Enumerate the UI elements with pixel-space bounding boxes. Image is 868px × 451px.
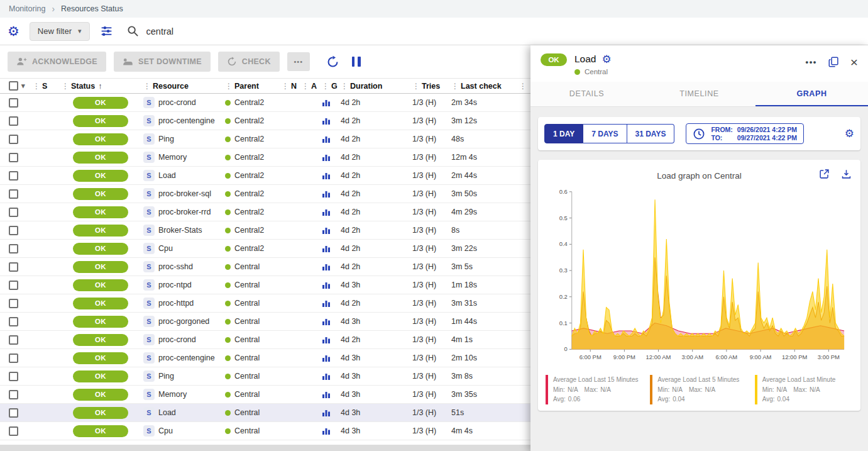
graph-icon[interactable] xyxy=(322,116,331,125)
row-checkbox[interactable] xyxy=(9,281,18,290)
status-badge: OK xyxy=(73,188,128,200)
row-checkbox[interactable] xyxy=(9,226,18,235)
row-checkbox[interactable] xyxy=(9,408,18,418)
graph-icon[interactable] xyxy=(322,208,331,216)
parent-status-dot-icon xyxy=(225,228,231,233)
row-checkbox[interactable] xyxy=(9,335,18,345)
row-checkbox[interactable] xyxy=(9,354,18,363)
row-checkbox[interactable] xyxy=(9,153,18,162)
row-checkbox[interactable] xyxy=(9,98,18,108)
header-resource[interactable]: ⋮Resource xyxy=(140,82,221,91)
row-checkbox[interactable] xyxy=(9,426,18,436)
header-duration[interactable]: ⋮Duration xyxy=(337,82,409,91)
last-check-cell: 3m 22s xyxy=(448,244,515,253)
header-graph[interactable]: ⋮G xyxy=(318,82,337,91)
copy-link-icon[interactable] xyxy=(828,57,839,67)
breadcrumb-resources-status[interactable]: Resources Status xyxy=(61,4,123,13)
resource-cell: S proc-crond xyxy=(140,334,221,345)
row-checkbox[interactable] xyxy=(9,208,18,217)
more-actions-button[interactable]: ••• xyxy=(287,52,310,71)
header-parent[interactable]: ⋮Parent xyxy=(221,82,278,91)
row-checkbox[interactable] xyxy=(9,299,18,308)
resource-name: proc-sshd xyxy=(158,262,193,271)
close-panel-icon[interactable]: × xyxy=(850,55,858,69)
row-checkbox[interactable] xyxy=(9,390,18,399)
tries-cell: 1/3 (H) xyxy=(409,189,448,198)
parent-name: Central2 xyxy=(234,153,264,162)
range-7-days-button[interactable]: 7 DAYS xyxy=(583,124,627,143)
set-downtime-button[interactable]: SET DOWNTIME xyxy=(114,52,211,72)
resource-cell: S Memory xyxy=(140,389,221,400)
tab-details[interactable]: DETAILS xyxy=(530,82,643,106)
graph-icon[interactable] xyxy=(322,135,331,143)
select-all-checkbox[interactable] xyxy=(9,81,18,91)
row-checkbox[interactable] xyxy=(9,262,18,272)
graph-icon[interactable] xyxy=(322,262,331,271)
date-range-picker[interactable]: FROM: 09/26/2021 4:22 PM TO: 09/27/2021 … xyxy=(686,123,804,144)
refresh-icon[interactable] xyxy=(326,55,339,69)
new-filter-dropdown[interactable]: New filter ▾ xyxy=(30,22,90,41)
graph-icon[interactable] xyxy=(322,98,331,107)
graph-icon[interactable] xyxy=(322,171,331,180)
status-badge: OK xyxy=(73,334,128,346)
search-input[interactable] xyxy=(146,26,360,36)
select-dropdown-icon[interactable]: ▾ xyxy=(21,82,25,90)
parent-name: Central xyxy=(234,317,260,326)
tune-filter-icon[interactable] xyxy=(100,25,113,38)
tab-timeline[interactable]: TIMELINE xyxy=(643,82,755,106)
graph-icon[interactable] xyxy=(322,408,331,417)
header-tries[interactable]: ⋮Tries xyxy=(409,82,448,91)
row-checkbox[interactable] xyxy=(9,244,18,253)
legend-item-load15[interactable]: Average Load Last 15 Minutes Min:N/AMax:… xyxy=(546,375,644,404)
range-1-day-button[interactable]: 1 DAY xyxy=(544,124,583,143)
check-button[interactable]: CHECK xyxy=(218,52,280,72)
svg-text:3:00 PM: 3:00 PM xyxy=(818,354,840,360)
range-31-days-button[interactable]: 31 DAYS xyxy=(627,124,675,143)
graph-icon[interactable] xyxy=(322,281,331,289)
graph-icon[interactable] xyxy=(322,299,331,308)
acknowledge-button[interactable]: ACKNOWLEDGE xyxy=(8,52,106,72)
header-notification[interactable]: ⋮N xyxy=(278,82,298,91)
parent-status-dot-icon xyxy=(225,392,231,398)
parent-cell: Central2 xyxy=(221,98,278,107)
graph-icon[interactable] xyxy=(322,335,331,344)
row-checkbox[interactable] xyxy=(9,372,18,381)
graph-icon[interactable] xyxy=(322,317,331,326)
row-checkbox[interactable] xyxy=(9,171,18,181)
legend-item-load5[interactable]: Average Load Last 5 Minutes Min:N/AMax:N… xyxy=(650,375,748,404)
open-in-new-icon[interactable] xyxy=(819,169,830,179)
header-last-check[interactable]: ⋮Last check xyxy=(448,82,515,91)
header-severity[interactable]: ⋮S xyxy=(29,82,58,91)
resource-cell: S proc-centengine xyxy=(140,115,221,126)
header-select-all[interactable]: ▾ xyxy=(0,81,29,91)
graph-icon[interactable] xyxy=(322,153,331,162)
row-checkbox[interactable] xyxy=(9,135,18,144)
graph-icon[interactable] xyxy=(322,189,331,198)
tab-graph[interactable]: GRAPH xyxy=(755,82,868,106)
header-status[interactable]: ⋮Status↑ xyxy=(58,81,140,91)
graph-icon[interactable] xyxy=(322,244,331,253)
filter-settings-gear-icon[interactable]: ⚙ xyxy=(8,25,19,38)
legend-item-load1[interactable]: Average Load Last Minute Min:N/AMax:N/A … xyxy=(755,375,853,404)
download-icon[interactable] xyxy=(841,169,852,179)
graph-settings-gear-icon[interactable]: ⚙ xyxy=(845,128,854,139)
graph-icon[interactable] xyxy=(322,354,331,362)
panel-more-options-icon[interactable]: ••• xyxy=(806,57,817,67)
load-graph-plot[interactable]: 00.10.20.30.40.50.66:00 PM9:00 PM12:00 A… xyxy=(546,184,853,371)
resource-settings-gear-icon[interactable]: ⚙ xyxy=(602,54,611,65)
row-checkbox[interactable] xyxy=(9,116,18,126)
parent-name: Central xyxy=(234,372,260,381)
breadcrumb-monitoring[interactable]: Monitoring xyxy=(9,4,45,13)
header-acknowledged[interactable]: ⋮A xyxy=(298,82,318,91)
tries-cell: 1/3 (H) xyxy=(409,208,448,216)
row-checkbox[interactable] xyxy=(9,317,18,326)
pause-icon[interactable] xyxy=(352,57,361,67)
duration-cell: 4d 2h xyxy=(337,153,409,162)
service-icon: S xyxy=(143,188,155,199)
graph-icon[interactable] xyxy=(322,372,331,381)
graph-icon[interactable] xyxy=(322,426,331,435)
last-check-cell: 3m 31s xyxy=(448,299,515,308)
row-checkbox[interactable] xyxy=(9,189,18,199)
graph-icon[interactable] xyxy=(322,226,331,235)
graph-icon[interactable] xyxy=(322,390,331,399)
